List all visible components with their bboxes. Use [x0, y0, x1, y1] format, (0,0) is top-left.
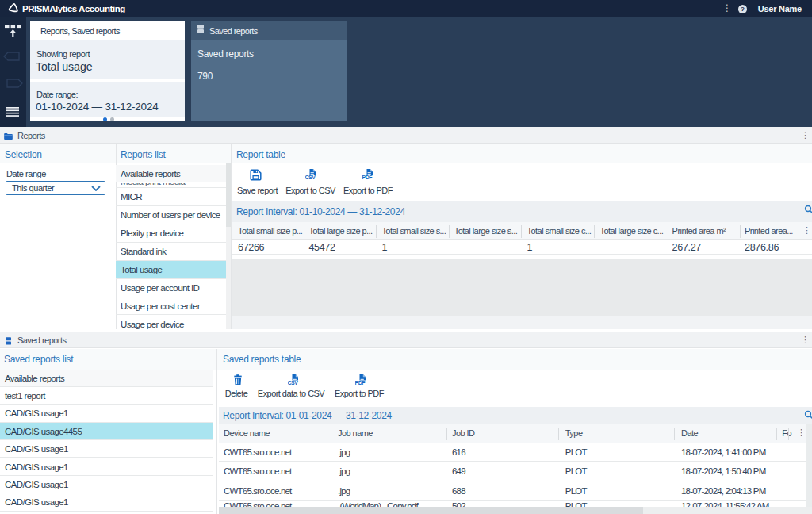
- svg-text:?: ?: [741, 6, 745, 13]
- svg-text:PDF: PDF: [355, 380, 365, 386]
- svg-text:CSV: CSV: [305, 175, 316, 180]
- svg-text:PDF: PDF: [362, 175, 372, 180]
- svg-text:CSV: CSV: [288, 380, 298, 386]
